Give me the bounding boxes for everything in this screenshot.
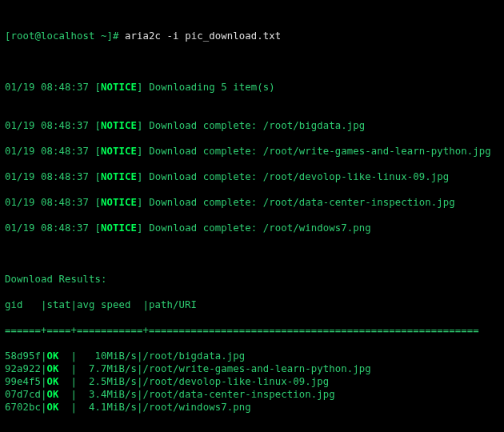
blank-line [5,55,499,68]
blank-line [5,209,499,222]
result-row: 99e4f5|OK | 2.5MiB/s|/root/devolop-like-… [5,375,499,388]
status-ok: OK [47,376,59,387]
notice-tag: NOTICE [101,171,137,182]
log-line: 01/19 08:48:37 [NOTICE] Download complet… [5,119,499,132]
log-line: 01/19 08:48:37 [NOTICE] Download complet… [5,145,499,158]
notice-tag: NOTICE [101,82,137,93]
blank-line [5,132,499,145]
results-separator: ======+====+===========+================… [5,324,499,337]
results-columns: gid |stat|avg speed |path/URI [5,298,499,311]
notice-tag: NOTICE [101,146,137,157]
blank-line [5,247,499,260]
notice-tag: NOTICE [101,120,137,131]
blank-line [5,183,499,196]
status-ok: OK [47,350,59,362]
blank-line [5,426,499,432]
command-line: [root@localhost ~]# aria2c -i pic_downlo… [5,30,499,42]
terminal-window[interactable]: [root@localhost ~]# aria2c -i pic_downlo… [0,0,504,432]
notice-tag: NOTICE [101,197,137,208]
result-row: 6702bc|OK | 4.1MiB/s|/root/windows7.png [5,401,499,414]
log-line: 01/19 08:48:37 [NOTICE] Download complet… [5,222,499,234]
result-row: 07d7cd|OK | 3.4MiB/s|/root/data-center-i… [5,388,499,401]
log-line: 01/19 08:48:37 [NOTICE] Download complet… [5,196,499,209]
status-ok: OK [47,402,59,413]
blank-line [5,158,499,170]
result-row: 92a922|OK | 7.7MiB/s|/root/write-games-a… [5,362,499,375]
blank-line [5,106,499,119]
results-header: Download Results: [5,273,499,286]
result-row: 58d95f|OK | 10MiB/s|/root/bigdata.jpg [5,350,499,362]
log-line: 01/19 08:48:37 [NOTICE] Download complet… [5,170,499,183]
shell-prompt: [root@localhost ~]# [5,30,119,42]
command-text: aria2c -i pic_download.txt [125,30,281,42]
notice-tag: NOTICE [101,222,137,234]
status-ok: OK [47,389,59,400]
log-line: 01/19 08:48:37 [NOTICE] Downloading 5 it… [5,81,499,94]
status-ok: OK [47,363,59,374]
